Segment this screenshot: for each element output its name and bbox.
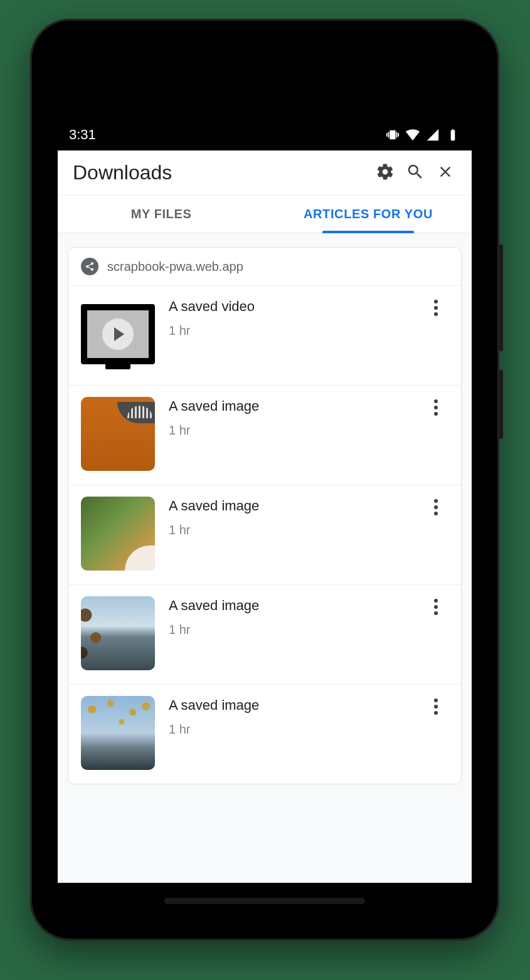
item-body: A saved image 1 hr (169, 696, 410, 737)
list-item[interactable]: A saved image 1 hr (68, 684, 461, 784)
item-age: 1 hr (169, 423, 410, 438)
item-title: A saved video (169, 298, 410, 315)
status-bar: 3:31 (58, 119, 472, 150)
thumbnail-image (81, 497, 155, 571)
settings-button[interactable] (370, 158, 400, 188)
source-header[interactable]: scrapbook-pwa.web.app (68, 248, 461, 285)
device-inner: 3:31 Downloads (44, 31, 485, 927)
cellular-icon (425, 127, 440, 142)
more-icon (434, 399, 438, 416)
vibrate-icon (385, 127, 400, 142)
tabs: MY FILES ARTICLES FOR YOU (58, 196, 472, 233)
screen: 3:31 Downloads (58, 119, 472, 883)
close-icon (437, 163, 454, 183)
thumbnail-image (81, 696, 155, 770)
thumbnail-image (81, 397, 155, 471)
item-body: A saved image 1 hr (169, 397, 410, 438)
search-button[interactable] (400, 158, 430, 188)
item-age: 1 hr (169, 523, 410, 537)
play-icon (102, 318, 134, 350)
more-icon (434, 300, 438, 316)
item-title: A saved image (169, 398, 410, 414)
source-card: scrapbook-pwa.web.app A saved video 1 hr (68, 247, 462, 784)
item-title: A saved image (169, 697, 410, 714)
search-icon (406, 162, 425, 184)
more-icon (434, 499, 438, 515)
source-domain: scrapbook-pwa.web.app (107, 260, 243, 274)
gear-icon (376, 162, 395, 184)
list-item[interactable]: A saved image 1 hr (68, 485, 461, 584)
speaker-bottom (164, 898, 365, 904)
item-menu-button[interactable] (423, 297, 448, 316)
app-header: Downloads (58, 150, 472, 196)
tab-label: MY FILES (131, 207, 192, 221)
tv-icon (81, 304, 155, 364)
item-title: A saved image (169, 498, 410, 514)
item-body: A saved image 1 hr (169, 497, 410, 537)
wifi-icon (405, 127, 420, 142)
list-item[interactable]: A saved image 1 hr (68, 584, 461, 684)
item-body: A saved image 1 hr (169, 596, 410, 637)
tab-my-files[interactable]: MY FILES (58, 196, 265, 233)
battery-icon (445, 127, 460, 142)
tab-articles-for-you[interactable]: ARTICLES FOR YOU (265, 196, 472, 233)
more-icon (434, 599, 438, 615)
item-menu-button[interactable] (423, 696, 448, 715)
item-age: 1 hr (169, 722, 410, 737)
thumbnail-video (81, 297, 155, 371)
item-age: 1 hr (169, 324, 410, 338)
status-time: 3:31 (69, 127, 96, 143)
item-body: A saved video 1 hr (169, 297, 410, 338)
list-item[interactable]: A saved image 1 hr (68, 385, 461, 485)
status-icons (385, 127, 460, 142)
item-menu-button[interactable] (423, 397, 448, 416)
item-menu-button[interactable] (423, 596, 448, 615)
share-icon (81, 258, 98, 275)
page-title: Downloads (73, 161, 370, 184)
item-menu-button[interactable] (423, 497, 448, 515)
item-age: 1 hr (169, 623, 410, 637)
thumbnail-image (81, 596, 155, 670)
tab-label: ARTICLES FOR YOU (304, 207, 433, 221)
content-area[interactable]: scrapbook-pwa.web.app A saved video 1 hr (58, 233, 472, 883)
side-button (499, 370, 503, 439)
close-button[interactable] (430, 158, 460, 188)
item-title: A saved image (169, 598, 410, 614)
device-frame: 3:31 Downloads (30, 19, 499, 940)
more-icon (434, 698, 438, 715)
side-button (499, 245, 503, 351)
list-item[interactable]: A saved video 1 hr (68, 285, 461, 385)
